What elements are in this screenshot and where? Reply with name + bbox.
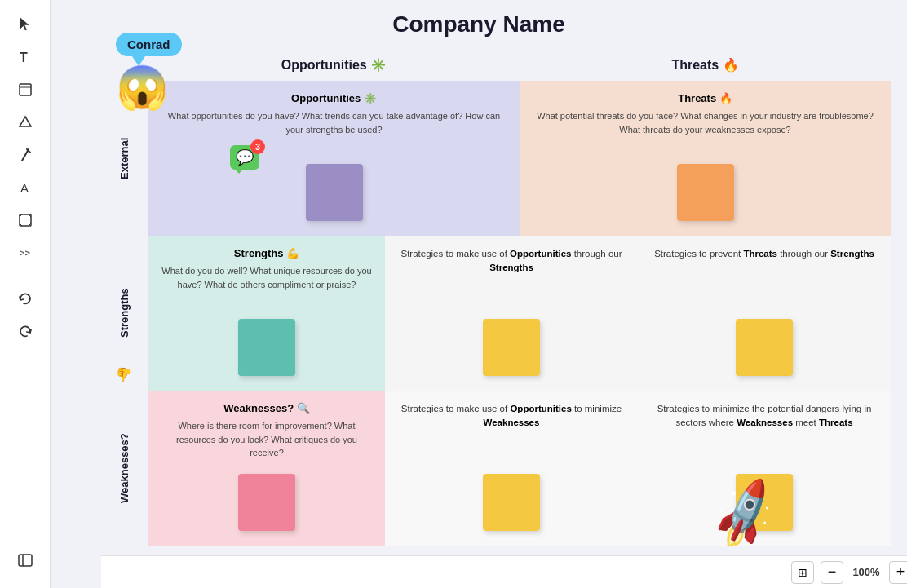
row-weaknesses-cells: Weaknesses? 🔍 Where is there room for im… xyxy=(148,391,891,546)
row-weaknesses: Weaknesses? Weaknesses? 🔍 Where is there… xyxy=(100,391,891,546)
zoom-level: 100% xyxy=(850,566,883,578)
cell-threats-main: Threats 🔥 What potential threats do you … xyxy=(520,81,891,236)
bottom-bar: ⊞ − 100% + ? xyxy=(101,555,907,588)
strengths-desc: What do you do well? What unique resourc… xyxy=(161,264,372,291)
letter-tool[interactable]: A xyxy=(9,173,42,202)
row-external-cells: Opportunities ✳️ What opportunities do y… xyxy=(148,81,891,236)
col-header-threats: Threats 🔥 xyxy=(520,52,891,81)
pen-tool[interactable] xyxy=(9,140,42,170)
user-bubble: Conrad 😱 xyxy=(116,33,182,113)
wt-strategy-text: Strategies to minimize the potential dan… xyxy=(651,402,878,431)
row-external: External Opportunities ✳️ What opportuni… xyxy=(100,81,891,236)
shape-tool[interactable] xyxy=(9,108,42,137)
threats-icon: 🔥 xyxy=(723,58,739,72)
col-header-opportunities: Opportunities ✳️ xyxy=(148,52,520,81)
sticky-note-yellow-wo[interactable] xyxy=(483,474,540,531)
cell-so: Strategies to make use of Opportunities … xyxy=(385,236,638,391)
toolbar-divider xyxy=(11,276,40,276)
col-headers: Opportunities ✳️ Threats 🔥 xyxy=(148,52,891,81)
row-label-strengths: 👍 Strengths xyxy=(100,236,148,391)
row-strengths-cells: Strengths 💪 What do you do well? What un… xyxy=(148,236,891,391)
avatar-emoji: 😱 xyxy=(116,63,182,113)
svg-text:T: T xyxy=(20,51,28,64)
zoom-in-button[interactable]: + xyxy=(889,561,907,584)
redo-button[interactable] xyxy=(9,317,42,347)
opportunities-desc: What opportunities do you have? What tre… xyxy=(161,109,507,136)
sticky-tool[interactable] xyxy=(9,75,42,104)
st-strategy-text: Strategies to prevent Threats through ou… xyxy=(651,247,878,261)
sticky-note-orange[interactable] xyxy=(677,164,734,221)
cursor-tool[interactable] xyxy=(9,10,42,39)
sticky-note-teal[interactable] xyxy=(238,319,295,376)
svg-text:A: A xyxy=(20,181,29,195)
frame-tool[interactable] xyxy=(9,206,42,235)
sidebar-toggle[interactable] xyxy=(9,546,42,575)
swot-grid: Opportunities ✳️ Threats 🔥 External Oppo… xyxy=(100,52,891,546)
cell-opportunities-main: Opportunities ✳️ What opportunities do y… xyxy=(148,81,520,236)
opportunities-icon: ✳️ xyxy=(370,58,387,72)
strengths-title: Strengths 💪 xyxy=(161,247,372,259)
sticky-note-yellow-st[interactable] xyxy=(736,319,793,376)
sidebar-toggle-bottom[interactable]: ⊞ xyxy=(791,561,814,584)
opportunities-title: Opportunities ✳️ xyxy=(161,92,507,104)
sticky-note-yellow-so[interactable] xyxy=(483,319,540,376)
cell-wo: Strategies to make use of Opportunities … xyxy=(385,391,638,546)
user-name-bubble: Conrad xyxy=(116,33,182,56)
main-area: Conrad 😱 💬 3 Company Name Opportunities … xyxy=(51,0,907,588)
threats-title: Threats 🔥 xyxy=(533,92,878,104)
cell-weaknesses-main: Weaknesses? 🔍 Where is there room for im… xyxy=(148,391,385,546)
undo-button[interactable] xyxy=(9,285,42,314)
weaknesses-desc: Where is there room for improvement? Wha… xyxy=(161,419,372,460)
chat-badge[interactable]: 💬 3 xyxy=(230,145,259,170)
cell-wt: Strategies to minimize the potential dan… xyxy=(638,391,891,546)
toolbar: T A >> xyxy=(0,0,51,588)
text-tool[interactable]: T xyxy=(9,42,42,72)
more-tools[interactable]: >> xyxy=(9,238,42,267)
weaknesses-title: Weaknesses? 🔍 xyxy=(161,402,372,414)
strengths-thumb-icon: 👍 xyxy=(116,367,132,382)
so-strategy-text: Strategies to make use of Opportunities … xyxy=(398,247,625,276)
svg-rect-6 xyxy=(20,214,31,226)
sticky-note-pink[interactable] xyxy=(238,474,295,531)
cell-strengths-main: Strengths 💪 What do you do well? What un… xyxy=(148,236,385,391)
wo-strategy-text: Strategies to make use of Opportunities … xyxy=(398,402,625,431)
cell-st: Strategies to prevent Threats through ou… xyxy=(638,236,891,391)
row-strengths: 👍 Strengths Strengths 💪 What do you do w… xyxy=(100,236,891,391)
svg-rect-11 xyxy=(19,555,32,566)
svg-rect-1 xyxy=(20,84,31,95)
zoom-out-button[interactable]: − xyxy=(821,561,843,584)
sticky-note-purple[interactable] xyxy=(306,164,363,221)
row-label-weaknesses: Weaknesses? xyxy=(100,391,148,546)
threats-desc: What potential threats do you face? What… xyxy=(533,109,878,136)
badge-count: 3 xyxy=(250,139,265,154)
